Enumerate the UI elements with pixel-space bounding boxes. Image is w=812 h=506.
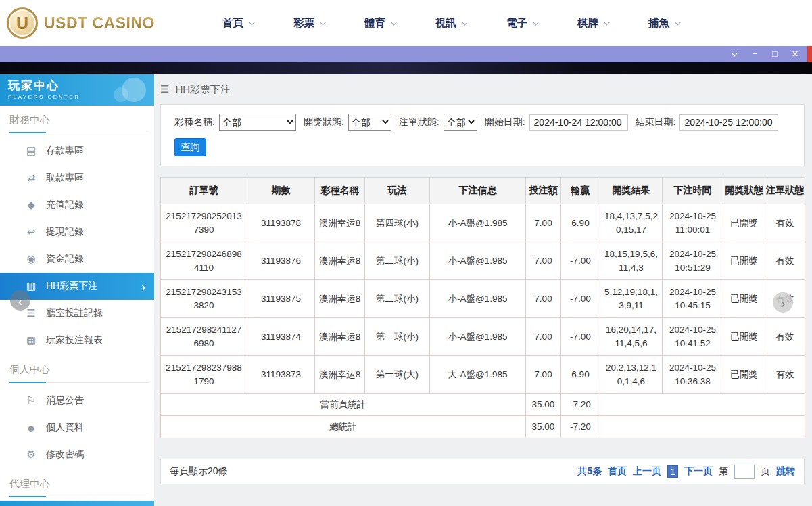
table-cell: -7.00 — [561, 242, 600, 280]
table-cell: 18,15,19,5,6,11,4,3 — [600, 242, 663, 280]
sidebar-item-withdraw[interactable]: ⇄ 取款專區 › — [0, 164, 154, 191]
jump-link[interactable]: 跳转 — [776, 465, 795, 478]
page-title: HH彩票下注 — [175, 83, 231, 96]
sidebar-collapse-button[interactable]: ‹ — [10, 290, 30, 310]
sidebar-item-label: 修改密碼 — [46, 448, 84, 461]
table-cell: 20,2,13,12,10,1,4,6 — [600, 356, 663, 394]
nav-item-6[interactable]: 棋牌 — [558, 16, 629, 30]
table-cell: 已開獎 — [723, 318, 765, 356]
table-row: 215217298243153382031193875澳洲幸运8第二球(小)小-… — [161, 280, 805, 318]
table-cell: 小-A盤@1.985 — [430, 318, 526, 356]
sidebar-title: 玩家中心 — [8, 78, 146, 93]
sidebar-item-announcement[interactable]: ⚐ 消息公告 › — [0, 387, 154, 414]
sidebar-item-funds[interactable]: ◉ 資金記錄 › — [0, 246, 154, 273]
content-area: 玩家中心 PLAYERS CENTER 財務中心 ▤ 存款專區 › ⇄ 取款專區… — [0, 74, 812, 506]
first-page-link[interactable]: 首页 — [608, 465, 627, 478]
sidebar-item-password[interactable]: ⚙ 修改密碼 › — [0, 441, 154, 468]
table-cell: 小-A盤@1.985 — [430, 204, 526, 242]
search-button[interactable]: 查詢 — [174, 138, 206, 156]
filter-row: 彩種名稱: 全部 開獎狀態: 全部 注單狀態: 全 — [174, 114, 790, 131]
withdraw-icon: ⇄ — [25, 172, 37, 184]
window-minimize-icon[interactable]: − — [744, 46, 765, 62]
start-date-input[interactable] — [529, 114, 628, 131]
table-cell: 有效 — [765, 242, 805, 280]
logo[interactable]: U USDT CASINO — [7, 7, 174, 39]
sidebar-item-cashout[interactable]: ↩ 提現記錄 › — [0, 218, 154, 246]
order-status-label: 注單狀態: — [399, 116, 439, 129]
sidebar-section-title: 代理中心 — [9, 478, 149, 497]
table-row: 215217298241127698031193874澳洲幸运8第一球(小)小-… — [161, 318, 805, 356]
chevron-down-icon — [533, 18, 540, 25]
sidebar-item-deposit[interactable]: ▤ 存款專區 › — [0, 137, 154, 164]
table-cell: 澳洲幸运8 — [315, 356, 365, 394]
sidebar-item-recharge[interactable]: ◆ 充值記錄 › — [0, 191, 154, 218]
sidebar-header: 玩家中心 PLAYERS CENTER — [0, 74, 154, 106]
prev-page-link[interactable]: 上一页 — [633, 465, 661, 478]
end-date-input[interactable] — [679, 114, 778, 131]
table-cell: 7.00 — [526, 356, 561, 394]
summary-label: 當前頁統計 — [161, 394, 526, 416]
filter-panel: 彩種名稱: 全部 開獎狀態: 全部 注單狀態: 全 — [160, 104, 805, 166]
nav-item-label: 捕魚 — [648, 16, 669, 30]
table-cell: 31193876 — [247, 242, 315, 280]
bets-table-wrap: 訂單號期數彩種名稱玩法下注信息投注額輸贏開獎結果下注時間開獎狀態注單狀態 215… — [160, 177, 805, 438]
column-header: 玩法 — [365, 178, 430, 204]
sidebar-item-label: 廳室投註記錄 — [46, 307, 103, 319]
sidebar-section: 個人中心 ⚐ 消息公告 › ☻ 個人資料 › ⚙ 修改密碼 › — [0, 363, 154, 469]
window-chevron-down-icon[interactable] — [724, 46, 744, 62]
table-cell: 第二球(小) — [365, 280, 430, 318]
window-close-icon[interactable]: × — [785, 46, 805, 62]
column-header: 注單狀態 — [765, 178, 805, 204]
summary-bet-total: 35.00 — [526, 416, 561, 438]
current-page[interactable]: 1 — [667, 465, 678, 478]
nav-item-2[interactable]: 彩票 — [274, 16, 345, 30]
deposit-icon: ▤ — [25, 145, 37, 157]
column-header: 輸贏 — [561, 178, 600, 204]
sidebar-item-report[interactable]: ▦ 玩家投注報表 › — [0, 327, 154, 354]
next-page-link[interactable]: 下一页 — [684, 465, 713, 478]
table-cell: 已開獎 — [723, 356, 765, 394]
chevron-down-icon — [462, 18, 469, 25]
table-cell: 6.90 — [561, 204, 600, 242]
order-status-select[interactable]: 全部 — [444, 114, 477, 131]
nav-item-7[interactable]: 捕魚 — [629, 16, 700, 30]
column-header: 開獎結果 — [600, 178, 663, 204]
nav-item-1[interactable]: 首頁 — [203, 16, 274, 30]
sidebar-section-title: 財務中心 — [9, 114, 149, 133]
logo-text: USDT CASINO — [44, 14, 155, 32]
nav-item-5[interactable]: 電子 — [487, 16, 558, 30]
draw-status-select[interactable]: 全部 — [348, 114, 391, 131]
scroll-right-button[interactable]: › — [773, 292, 793, 313]
sidebar-item-label: 取款專區 — [46, 172, 84, 184]
chevron-down-icon — [249, 18, 256, 25]
nav-item-3[interactable]: 體育 — [345, 16, 416, 30]
table-row: 215217298237988179031193873澳洲幸运8第一球(大)大-… — [161, 356, 805, 394]
password-icon: ⚙ — [25, 448, 37, 461]
chevron-down-icon — [604, 18, 611, 25]
menu-icon: ☰ — [160, 83, 169, 95]
table-cell: 2152172982520137390 — [161, 204, 247, 242]
table-cell: 大-A盤@1.985 — [430, 356, 526, 394]
page-jump-input[interactable] — [734, 465, 755, 479]
end-date-label: 結束日期: — [636, 116, 676, 129]
lottery-name-select[interactable]: 全部 — [219, 114, 296, 131]
sidebar-section-items: ⚐ 消息公告 › ☻ 個人資料 › ⚙ 修改密碼 › — [0, 383, 154, 469]
nav-item-label: 視訊 — [435, 16, 456, 30]
lottery-name-label: 彩種名稱: — [174, 116, 215, 129]
table-cell: 已開獎 — [723, 242, 765, 280]
goto-suffix-label: 页 — [761, 465, 770, 478]
main-menu: 首頁 彩票 體育 視訊 電子 棋牌 捕魚 — [203, 16, 700, 30]
summary-empty-cell — [600, 394, 805, 416]
sidebar-item-profile[interactable]: ☻ 個人資料 › — [0, 414, 154, 441]
start-date-label: 開始日期: — [485, 116, 525, 129]
nav-item-label: 首頁 — [222, 16, 243, 30]
top-navigation: U USDT CASINO 首頁 彩票 體育 視訊 電子 棋牌 捕魚 — [0, 0, 812, 46]
table-cell: 16,20,14,17,11,4,5,6 — [600, 318, 663, 356]
table-cell: 第一球(小) — [365, 318, 430, 356]
window-maximize-icon[interactable]: □ — [765, 46, 785, 62]
hall-icon: ☰ — [25, 307, 37, 319]
table-cell: 2152172982411276980 — [161, 318, 247, 356]
column-header: 開獎狀態 — [723, 178, 765, 204]
summary-row: 總統計35.00-7.20 — [161, 416, 805, 438]
nav-item-4[interactable]: 視訊 — [416, 16, 487, 30]
